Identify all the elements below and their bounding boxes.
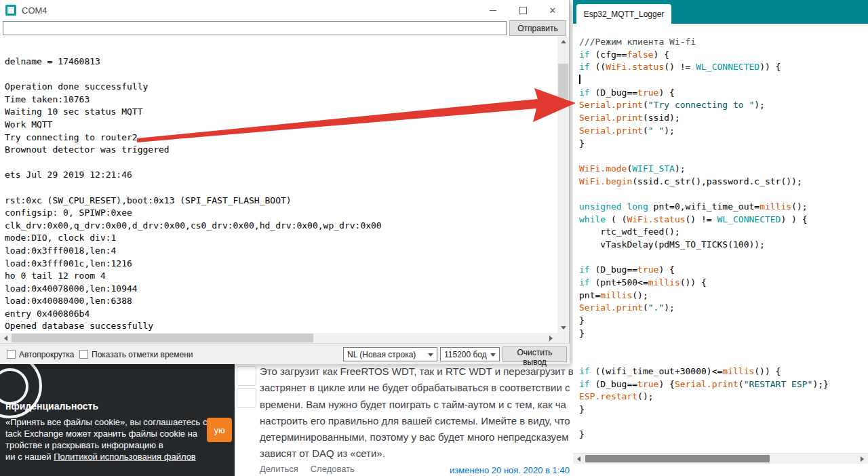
editor-scroll-thumb[interactable]	[585, 455, 770, 462]
code-line: }	[579, 138, 868, 151]
serial-line: load:0x40078000,len:10944	[5, 283, 556, 296]
vertical-scrollbar[interactable]	[557, 37, 569, 333]
code-line: }	[579, 315, 868, 328]
code-line: if (D_bug==true) {Serial.print("RESTART …	[579, 378, 868, 391]
code-line: ESP.restart();	[579, 391, 868, 403]
text-cursor	[579, 75, 580, 84]
serial-line	[5, 182, 556, 195]
chevron-down-icon	[428, 353, 433, 357]
serial-line: ets Jul 29 2019 12:21:46	[5, 169, 556, 182]
serial-send-input[interactable]	[3, 21, 507, 35]
paragraph-line: застрянет в цикле или не будет обрабатыв…	[260, 380, 578, 396]
code-line: WiFi.begin(ssid.c_str(),password.c_str()…	[579, 176, 868, 189]
cookie-banner-text: «Принять все файлы cookie», вы соглашает…	[5, 416, 207, 462]
paragraph-line: времени. Вам нужно будет поиграть с тайм…	[260, 397, 578, 413]
code-editor-area[interactable]: ///Режим клиента Wi-fiif (cfg==false) {i…	[573, 24, 868, 453]
code-line	[579, 150, 868, 163]
clear-output-button[interactable]: Очистить вывод	[502, 346, 567, 362]
cookie-policy-link[interactable]: Политикой использования файлов	[54, 452, 196, 462]
code-line: pnt=millis();	[579, 290, 868, 302]
paragraph-line: настроить его правильно для вашей систем…	[260, 413, 578, 429]
code-line: }	[579, 328, 868, 340]
scroll-left-button[interactable]	[0, 333, 12, 343]
editor-header-bar: Esp32_MQTT_Logger	[573, 0, 868, 24]
post-actions-row: ДелитьсяСледовать	[260, 464, 367, 474]
close-icon: ✕	[549, 6, 557, 15]
serial-line: Opened database successfully	[5, 320, 556, 333]
autoscroll-checkbox[interactable]	[7, 350, 16, 359]
cookie-banner: нфиденциальность «Принять все файлы cook…	[0, 364, 235, 476]
line-ending-dropdown[interactable]: NL (Новая строка)	[343, 347, 437, 361]
arrow-up-icon	[561, 40, 566, 43]
code-line: Serial.print("Try connecting to ");	[579, 99, 868, 112]
scroll-right-button[interactable]	[545, 333, 557, 343]
window-maximize-button[interactable]	[508, 0, 538, 20]
scroll-up-button[interactable]	[557, 37, 569, 47]
follow-link[interactable]: Следовать	[311, 464, 355, 474]
serial-monitor-statusbar: Автопрокрутка Показать отметки времени N…	[0, 343, 570, 364]
window-minimize-button[interactable]	[478, 0, 508, 20]
scroll-down-button[interactable]	[557, 323, 569, 333]
code-line	[579, 74, 868, 87]
serial-line: Work MQTT	[5, 119, 556, 132]
horizontal-scroll-thumb[interactable]	[12, 334, 313, 342]
serial-line	[5, 157, 556, 170]
code-line: Serial.print(".");	[579, 302, 868, 315]
code-line: WiFi.mode(WIFI_STA);	[579, 163, 868, 176]
code-line: if (D_bug==true) {	[579, 87, 868, 100]
cookie-text-line: ии с нашей Политикой использования файло…	[5, 451, 207, 462]
editor-horizontal-scrollbar[interactable]	[573, 453, 868, 464]
code-line: rtc_wdt_feed();	[579, 226, 868, 239]
serial-monitor-window: COM4 ✕ Отправить delname = 17460813 Oper…	[0, 0, 570, 364]
code-line	[579, 353, 868, 365]
cookie-text-line: «Принять все файлы cookie», вы соглашает…	[5, 416, 207, 428]
serial-line: mode:DIO, clock div:1	[5, 232, 556, 245]
code-line: Serial.print(ssid);	[579, 112, 868, 125]
serial-output-area: delname = 17460813 Operation done succes…	[1, 37, 556, 333]
scroll-right-button[interactable]	[856, 454, 868, 464]
chevron-down-icon	[490, 353, 496, 357]
code-line: if (D_bug==true) {	[579, 264, 868, 277]
scroll-left-button[interactable]	[573, 454, 585, 464]
minimize-icon	[490, 10, 496, 11]
arrow-left-icon	[4, 336, 7, 341]
send-button[interactable]: Отправить	[509, 20, 566, 36]
window-close-button[interactable]: ✕	[538, 0, 568, 20]
screen: Это загрузит как FreeRTOS WDT, так и RTC…	[0, 0, 868, 476]
page-widget-box	[237, 388, 256, 408]
serial-line: clk_drv:0x00,q_drv:0x00,d_drv:0x00,cs0_d…	[5, 220, 556, 233]
arrow-right-icon	[861, 456, 864, 462]
arrow-down-icon	[561, 326, 566, 330]
horizontal-scrollbar[interactable]	[0, 333, 569, 343]
line-ending-value: NL (Новая строка)	[347, 350, 416, 359]
window-title: COM4	[22, 5, 47, 16]
accept-cookies-label: ую	[214, 425, 224, 435]
code-line	[579, 416, 868, 429]
cookie-text-line: тройстве и раскрывать информацию в	[5, 439, 207, 451]
code-line: ///Режим клиента Wi-fi	[579, 36, 868, 49]
serial-line: load:0x3fff0018,len:4	[5, 245, 556, 258]
arduino-editor-panel: Esp32_MQTT_Logger ///Режим клиента Wi-fi…	[573, 0, 868, 476]
vertical-scroll-thumb[interactable]	[558, 64, 568, 99]
baud-rate-dropdown[interactable]: 115200 бод	[440, 347, 500, 361]
serial-line: load:0x3fff001c,len:1216	[5, 258, 556, 271]
timestamps-checkbox[interactable]	[79, 350, 88, 359]
code-line: vTaskDelay(pdMS_TO_TICKS(100));	[579, 239, 868, 252]
serial-line: load:0x40080400,len:6388	[5, 295, 556, 308]
code-line: unsigned long pnt=0,wifi_time_out=millis…	[579, 201, 868, 214]
code-line: }	[579, 403, 868, 416]
serial-line: delname = 17460813	[5, 56, 556, 68]
edited-timestamp-link[interactable]: изменено 20 ноя. 2020 в 1:40	[450, 465, 570, 475]
serial-line: rst:0xc (SW_CPU_RESET),boot:0x13 (SPI_FA…	[5, 195, 556, 207]
cookie-text-line: tack Exchange может хранить файлы cookie…	[5, 428, 207, 439]
arrow-left-icon	[577, 456, 580, 462]
serial-line	[5, 68, 556, 81]
share-link[interactable]: Делиться	[260, 464, 298, 474]
serial-line: Time taken:10763	[5, 94, 556, 106]
page-widget-box	[237, 366, 256, 386]
cookie-banner-title: нфиденциальность	[5, 401, 98, 412]
accept-cookies-button[interactable]: ую	[207, 418, 232, 442]
code-line: if (pnt+500<=millis()) {	[579, 277, 868, 290]
tab-sketch[interactable]: Esp32_MQTT_Logger	[576, 4, 671, 24]
serial-line: Brownout detector was triggered	[5, 144, 556, 157]
